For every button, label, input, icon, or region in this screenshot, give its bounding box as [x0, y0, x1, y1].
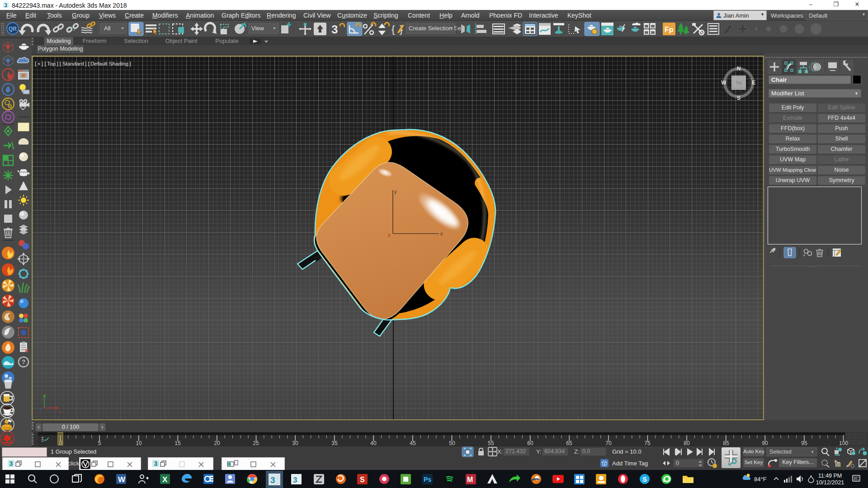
svg-text:Create Selection Se: Create Selection Se [409, 25, 461, 32]
svg-text:45: 45 [410, 440, 416, 446]
svg-text:W: W [118, 475, 126, 484]
svg-text:E: E [752, 80, 755, 86]
svg-text:All: All [104, 25, 111, 32]
svg-text:View: View [251, 25, 264, 32]
svg-text:25: 25 [253, 440, 259, 446]
svg-text:N: N [737, 66, 741, 72]
svg-text:S: S [737, 95, 741, 101]
svg-text:60: 60 [527, 440, 533, 446]
svg-text:{: { [392, 23, 395, 35]
svg-text:20: 20 [214, 440, 220, 446]
svg-text:95: 95 [801, 440, 807, 446]
svg-text:15: 15 [175, 440, 181, 446]
svg-text:M: M [467, 476, 473, 483]
svg-text:Fp: Fp [665, 26, 674, 33]
svg-text:10/12/2021: 10/12/2021 [816, 479, 844, 486]
svg-text:10: 10 [136, 440, 142, 446]
svg-text:75: 75 [644, 440, 651, 446]
svg-text:65: 65 [566, 440, 572, 446]
svg-text:70: 70 [605, 440, 612, 446]
svg-text:3: 3 [331, 23, 338, 36]
svg-text:11:49 PM: 11:49 PM [818, 473, 842, 479]
svg-text:85: 85 [723, 440, 729, 446]
svg-text:50: 50 [449, 440, 455, 446]
svg-text:30: 30 [292, 440, 298, 446]
svg-text:z: z [40, 407, 42, 411]
svg-text:W: W [721, 80, 726, 86]
svg-text:?: ? [22, 358, 26, 366]
svg-text:X: X [162, 475, 168, 484]
svg-text:x: x [440, 231, 443, 236]
svg-text:S: S [642, 475, 647, 483]
svg-text:3: 3 [293, 476, 297, 484]
svg-text:80: 80 [684, 440, 690, 446]
svg-text:55: 55 [488, 440, 494, 446]
svg-text:x: x [59, 409, 61, 413]
svg-text:y: y [394, 189, 397, 194]
svg-text:35: 35 [331, 440, 338, 446]
svg-text:S: S [360, 476, 365, 483]
svg-text:z: z [388, 232, 391, 238]
svg-text:3: 3 [4, 2, 7, 9]
svg-text:Top: Top [736, 80, 742, 85]
svg-text:Ps: Ps [424, 476, 431, 483]
svg-text:5: 5 [98, 440, 101, 446]
svg-text:90: 90 [762, 440, 768, 446]
svg-text:40: 40 [370, 440, 377, 446]
svg-text:3: 3 [270, 475, 275, 485]
svg-text:84°F: 84°F [754, 476, 767, 483]
svg-text:QR: QR [9, 26, 17, 32]
